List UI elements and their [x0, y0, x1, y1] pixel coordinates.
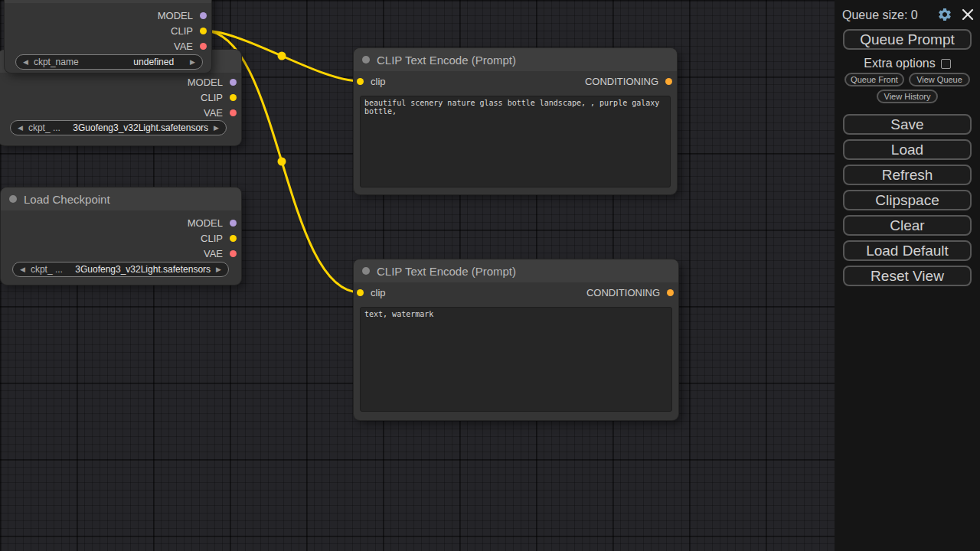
load-default-button[interactable]: Load Default — [843, 240, 972, 261]
widget-value: 3Guofeng3_v32Light.safetensors — [73, 122, 208, 133]
queue-size-label: Queue size: 0 — [842, 8, 918, 22]
reset-view-button[interactable]: Reset View — [843, 266, 972, 286]
link-midpoint-dot[interactable] — [278, 52, 286, 60]
output-slot-vae: VAE — [0, 105, 241, 120]
widget-label: ckpt_ ... — [28, 122, 67, 133]
comfy-menu: Queue size: 0 Queue Prompt Extra options… — [835, 0, 980, 551]
slot-label: CLIP — [201, 92, 223, 103]
vae-output-dot[interactable] — [200, 43, 207, 50]
comfyui-canvas[interactable]: MODEL CLIP VAE ◀ ckpt_ ... 3Guofeng3_v32… — [0, 0, 980, 551]
node-title: Load Checkpoint — [24, 193, 110, 206]
vae-output-dot[interactable] — [230, 250, 237, 257]
extra-options-row: Extra options — [835, 57, 980, 70]
view-queue-button[interactable]: View Queue — [909, 73, 970, 86]
clip-output-dot[interactable] — [200, 28, 207, 34]
load-button[interactable]: Load — [843, 139, 972, 160]
slot-label: CONDITIONING — [585, 76, 658, 87]
output-slot-model: MODEL — [5, 8, 211, 23]
prev-arrow-icon[interactable]: ◀ — [20, 266, 25, 273]
widget-value: 3Guofeng3_v32Light.safetensors — [75, 264, 211, 275]
next-arrow-icon[interactable]: ▶ — [190, 59, 195, 66]
model-output-dot[interactable] — [230, 79, 237, 86]
widget-label: ckpt_ ... — [31, 264, 70, 275]
vae-output-dot[interactable] — [230, 109, 237, 116]
slot-label: VAE — [174, 41, 193, 52]
close-icon[interactable] — [960, 7, 975, 22]
ckpt-name-widget[interactable]: ◀ ckpt_ ... 3Guofeng3_v32Light.safetenso… — [12, 262, 229, 277]
node-title-bar[interactable]: Load Checkpoint — [1, 187, 241, 210]
conditioning-output-dot[interactable] — [665, 78, 672, 85]
slot-label: MODEL — [188, 217, 223, 229]
extra-options-checkbox[interactable] — [941, 59, 951, 69]
collapse-dot[interactable] — [362, 56, 370, 64]
output-slot-vae: VAE — [5, 38, 211, 54]
slot-label: CLIP — [171, 25, 193, 37]
slot-label: clip — [371, 287, 386, 298]
prompt-textarea[interactable]: text, watermark — [360, 307, 672, 412]
prompt-textarea[interactable]: beautiful scenery nature glass bottle la… — [360, 96, 671, 187]
refresh-button[interactable]: Refresh — [843, 165, 972, 185]
node-title-bar[interactable]: CLIP Text Encode (Prompt) — [354, 259, 678, 282]
prev-arrow-icon[interactable]: ◀ — [18, 125, 23, 132]
widget-label: ckpt_name — [34, 57, 128, 67]
node-title-bar[interactable]: CLIP Text Encode (Prompt) — [354, 48, 677, 71]
collapse-dot[interactable] — [9, 195, 17, 203]
clip-output-dot[interactable] — [230, 235, 237, 242]
save-button[interactable]: Save — [843, 114, 972, 135]
view-history-button[interactable]: View History — [877, 90, 938, 103]
model-output-dot[interactable] — [200, 12, 207, 19]
next-arrow-icon[interactable]: ▶ — [214, 125, 219, 132]
clip-input-dot[interactable] — [357, 78, 364, 85]
node-title: CLIP Text Encode (Prompt) — [377, 54, 516, 67]
extra-options-label: Extra options — [864, 57, 935, 70]
clip-output-dot[interactable] — [230, 94, 237, 101]
slot-label: VAE — [204, 248, 223, 259]
slot-row: clip CONDITIONING — [354, 73, 677, 89]
slot-label: CONDITIONING — [586, 287, 660, 298]
output-slot-clip: CLIP — [0, 90, 241, 105]
slot-row: clip CONDITIONING — [354, 285, 678, 300]
clear-button[interactable]: Clear — [843, 215, 972, 236]
clipspace-button[interactable]: Clipspace — [843, 190, 972, 210]
node-title: CLIP Text Encode (Prompt) — [377, 265, 516, 278]
output-slot-clip: CLIP — [1, 230, 241, 246]
slot-label: VAE — [204, 107, 223, 119]
ckpt-name-widget[interactable]: ◀ ckpt_name undefined ▶ — [15, 54, 203, 70]
queue-prompt-button[interactable]: Queue Prompt — [843, 29, 972, 50]
prev-arrow-icon[interactable]: ◀ — [23, 59, 28, 66]
model-output-dot[interactable] — [230, 220, 237, 227]
ckpt-name-widget[interactable]: ◀ ckpt_ ... 3Guofeng3_v32Light.safetenso… — [10, 120, 227, 135]
output-slot-model: MODEL — [0, 74, 241, 90]
node-clip-text-encode-negative[interactable]: CLIP Text Encode (Prompt) clip CONDITION… — [354, 259, 678, 420]
collapse-dot[interactable] — [362, 267, 370, 275]
output-slot-clip: CLIP — [5, 23, 211, 38]
conditioning-output-dot[interactable] — [667, 289, 674, 296]
slot-label: CLIP — [201, 233, 223, 244]
node-title-bar[interactable] — [5, 0, 211, 3]
clip-input-dot[interactable] — [357, 289, 364, 296]
slot-label: MODEL — [158, 10, 193, 21]
slot-label: MODEL — [188, 77, 223, 88]
output-slot-vae: VAE — [1, 246, 241, 261]
link-midpoint-dot[interactable] — [278, 158, 286, 166]
slot-label: clip — [371, 76, 386, 87]
node-clip-text-encode-positive[interactable]: CLIP Text Encode (Prompt) clip CONDITION… — [354, 48, 677, 194]
settings-gear-icon[interactable] — [937, 7, 952, 22]
output-slot-model: MODEL — [1, 215, 241, 230]
node-load-checkpoint-partial-top[interactable]: MODEL CLIP VAE ◀ ckpt_name undefined ▶ — [5, 0, 211, 73]
node-load-checkpoint[interactable]: Load Checkpoint MODEL CLIP VAE ◀ ckpt_ .… — [1, 187, 241, 285]
widget-value: undefined — [133, 57, 174, 67]
queue-front-button[interactable]: Queue Front — [844, 73, 904, 86]
next-arrow-icon[interactable]: ▶ — [216, 266, 221, 273]
